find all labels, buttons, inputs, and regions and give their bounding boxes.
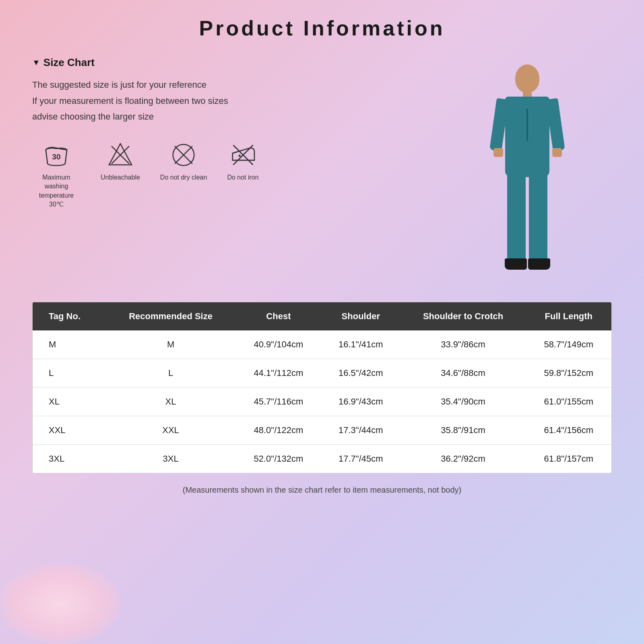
size-chart-heading: Size Chart xyxy=(32,56,427,69)
table-cell-r3-c0: XXL xyxy=(33,416,105,445)
page-wrapper: Product Information Size Chart The sugge… xyxy=(0,0,644,644)
size-note-1: The suggested size is just for your refe… xyxy=(32,77,427,93)
care-icons-row: 30 Maximum washing temperature 30℃ Unble… xyxy=(32,141,427,209)
table-row: 3XL3XL52.0"/132cm17.7"/45cm36.2"/92cm61.… xyxy=(33,445,611,473)
table-cell-r0-c1: M xyxy=(105,330,235,359)
care-item-dry-clean: Do not dry clean xyxy=(160,141,207,182)
table-cell-r2-c1: XL xyxy=(105,388,235,416)
table-cell-r3-c1: XXL xyxy=(105,416,235,445)
table-cell-r1-c2: 44.1"/112cm xyxy=(236,359,321,388)
left-content: Size Chart The suggested size is just fo… xyxy=(32,56,443,209)
table-cell-r1-c0: L xyxy=(33,359,105,388)
table-cell-r1-c1: L xyxy=(105,359,235,388)
table-cell-r0-c0: M xyxy=(33,330,105,359)
table-cell-r2-c3: 16.9"/43cm xyxy=(321,388,400,416)
decorative-fluffy xyxy=(0,564,121,644)
care-item-bleach: Unbleachable xyxy=(101,141,140,182)
model-right-leg xyxy=(529,173,547,262)
top-section: Size Chart The suggested size is just fo… xyxy=(32,56,612,290)
size-note-3: advise choosing the larger size xyxy=(32,109,427,125)
table-cell-r2-c2: 45.7"/116cm xyxy=(236,388,321,416)
table-cell-r0-c5: 58.7"/149cm xyxy=(526,330,611,359)
wash-30-icon: 30 xyxy=(42,141,70,169)
model-right-hand xyxy=(552,148,562,157)
col-header-full-length: Full Length xyxy=(526,302,611,330)
model-torso xyxy=(505,97,549,177)
no-dry-clean-icon xyxy=(169,141,198,169)
table-cell-r3-c2: 48.0"/122cm xyxy=(236,416,321,445)
no-bleach-icon xyxy=(106,141,134,169)
table-cell-r2-c4: 35.4"/90cm xyxy=(400,388,526,416)
table-cell-r1-c3: 16.5"/42cm xyxy=(321,359,400,388)
model-left-hand xyxy=(493,148,503,157)
model-image-area xyxy=(443,56,612,290)
size-table: Tag No. Recommended Size Chest Shoulder … xyxy=(33,302,611,473)
col-header-shoulder-to-crotch: Shoulder to Crotch xyxy=(400,302,526,330)
table-cell-r3-c3: 17.3"/44cm xyxy=(321,416,400,445)
table-cell-r2-c5: 61.0"/155cm xyxy=(526,388,611,416)
table-row: XLXL45.7"/116cm16.9"/43cm35.4"/90cm61.0"… xyxy=(33,388,611,416)
model-left-shoe xyxy=(505,258,527,270)
table-cell-r1-c4: 34.6"/88cm xyxy=(400,359,526,388)
table-footnote: (Measurements shown in the size chart re… xyxy=(32,485,612,495)
care-label-bleach: Unbleachable xyxy=(101,173,140,182)
table-cell-r4-c3: 17.7"/45cm xyxy=(321,445,400,473)
table-cell-r1-c5: 59.8"/152cm xyxy=(526,359,611,388)
table-cell-r4-c0: 3XL xyxy=(33,445,105,473)
care-label-iron: Do not iron xyxy=(227,173,258,182)
col-header-rec-size: Recommended Size xyxy=(105,302,235,330)
col-header-chest: Chest xyxy=(236,302,321,330)
care-label-wash: Maximum washing temperature 30℃ xyxy=(32,173,80,209)
no-iron-icon xyxy=(229,141,257,169)
model-left-leg xyxy=(507,173,526,262)
table-header-row: Tag No. Recommended Size Chest Shoulder … xyxy=(33,302,611,330)
table-cell-r4-c1: 3XL xyxy=(105,445,235,473)
svg-text:30: 30 xyxy=(52,152,60,161)
size-notes: The suggested size is just for your refe… xyxy=(32,77,427,125)
table-cell-r0-c3: 16.1"/41cm xyxy=(321,330,400,359)
table-cell-r4-c2: 52.0"/132cm xyxy=(236,445,321,473)
model-figure xyxy=(487,64,568,282)
table-cell-r2-c0: XL xyxy=(33,388,105,416)
care-label-dry-clean: Do not dry clean xyxy=(160,173,207,182)
col-header-shoulder: Shoulder xyxy=(321,302,400,330)
col-header-tag: Tag No. xyxy=(33,302,105,330)
table-cell-r0-c4: 33.9"/86cm xyxy=(400,330,526,359)
size-chart-label: Size Chart xyxy=(43,56,95,69)
table-row: XXLXXL48.0"/122cm17.3"/44cm35.8"/91cm61.… xyxy=(33,416,611,445)
table-row: LL44.1"/112cm16.5"/42cm34.6"/88cm59.8"/1… xyxy=(33,359,611,388)
page-title: Product Information xyxy=(32,16,612,40)
model-head xyxy=(515,64,539,93)
table-cell-r3-c5: 61.4"/156cm xyxy=(526,416,611,445)
table-cell-r4-c4: 36.2"/92cm xyxy=(400,445,526,473)
size-note-2: If your measurement is floating between … xyxy=(32,93,427,109)
table-cell-r3-c4: 35.8"/91cm xyxy=(400,416,526,445)
table-cell-r0-c2: 40.9"/104cm xyxy=(236,330,321,359)
care-item-wash: 30 Maximum washing temperature 30℃ xyxy=(32,141,80,209)
size-table-section: Tag No. Recommended Size Chest Shoulder … xyxy=(32,302,612,473)
svg-point-7 xyxy=(238,155,240,157)
model-right-shoe xyxy=(528,258,550,270)
table-cell-r4-c5: 61.8"/157cm xyxy=(526,445,611,473)
care-item-iron: Do not iron xyxy=(227,141,258,182)
table-row: MM40.9"/104cm16.1"/41cm33.9"/86cm58.7"/1… xyxy=(33,330,611,359)
